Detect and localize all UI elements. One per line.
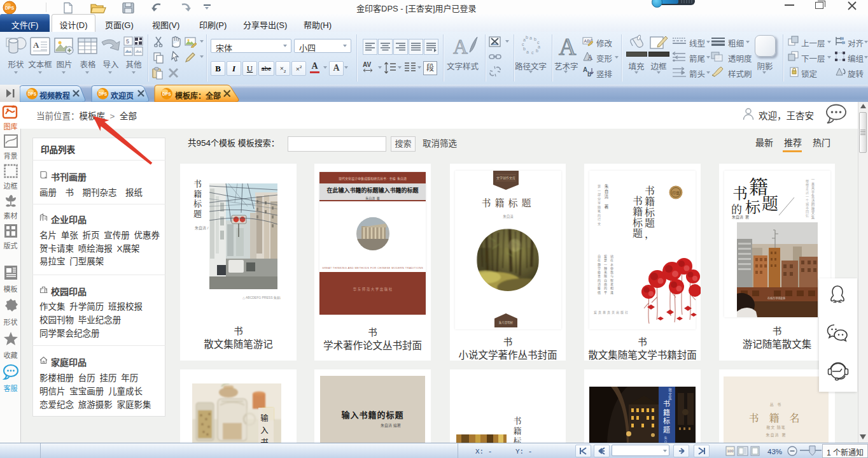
svg-text:a: a xyxy=(529,36,532,40)
svg-text:b: b xyxy=(536,48,538,53)
svg-text:DPS: DPS xyxy=(5,6,15,10)
svg-text:在城市寻找故事: 在城市寻找故事 xyxy=(767,296,785,300)
svg-text:文学创作文库: 文学创作文库 xyxy=(496,176,515,180)
svg-text:印章: 印章 xyxy=(672,190,680,196)
svg-text:A: A xyxy=(453,35,468,57)
svg-text:朱鸟堂明轩: 朱鸟堂明轩 xyxy=(499,320,514,325)
svg-text:b: b xyxy=(526,35,528,39)
svg-text:c: c xyxy=(522,42,524,47)
svg-text:DPS: DPS xyxy=(162,92,171,96)
svg-text:b: b xyxy=(534,37,536,41)
svg-text:5: 5 xyxy=(126,38,129,45)
svg-text:c: c xyxy=(531,50,534,55)
svg-text:c: c xyxy=(537,40,540,45)
svg-text:DPS: DPS xyxy=(99,92,108,96)
svg-text:b: b xyxy=(587,71,591,78)
svg-text:A: A xyxy=(559,33,577,59)
svg-text:100: 100 xyxy=(727,449,734,453)
svg-text:输入书: 输入书 xyxy=(259,411,268,443)
svg-text:b: b xyxy=(523,47,526,51)
svg-text:A: A xyxy=(33,40,39,50)
svg-text:a: a xyxy=(526,50,529,54)
svg-text:DPS: DPS xyxy=(28,92,37,96)
svg-text:A: A xyxy=(587,53,593,62)
